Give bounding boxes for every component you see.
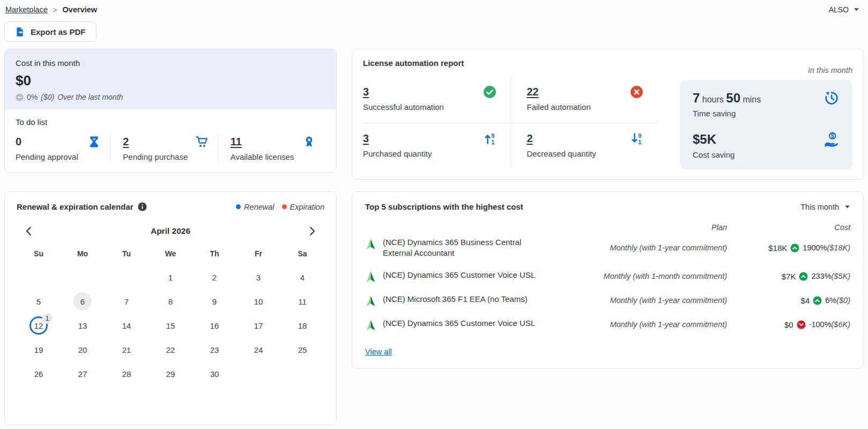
breadcrumb-marketplace[interactable]: Marketplace [5, 5, 48, 14]
calendar-day[interactable]: 21 [117, 341, 136, 359]
svg-text:1: 1 [638, 139, 641, 145]
svg-text:9: 9 [491, 132, 494, 139]
calendar-day[interactable]: 23 [205, 341, 224, 359]
award-icon [302, 135, 316, 149]
calendar-day[interactable]: 121 [29, 316, 48, 335]
calendar-cell: 26 [17, 362, 61, 386]
calendar-day[interactable]: 19 [29, 341, 48, 359]
time-saving: 7 hours 50 mins Time saving [693, 90, 840, 118]
hand-dollar-icon: $ [824, 131, 840, 147]
toolbar: Export as PDF [4, 21, 864, 42]
subscriptions-header: Top 5 subscriptions with the highest cos… [365, 202, 850, 211]
calendar-day[interactable]: 11 [293, 292, 311, 310]
legend-dot [282, 204, 287, 209]
automation-stat-value[interactable]: 22 [527, 86, 539, 98]
calendar-day[interactable]: 9 [205, 292, 224, 310]
calendar-day[interactable]: 26 [29, 365, 48, 383]
history-icon [824, 90, 840, 106]
todo-item-value[interactable]: 11 [231, 136, 242, 148]
calendar-day[interactable]: 28 [117, 365, 136, 383]
calendar-cell: 24 [236, 338, 280, 361]
calendar-day[interactable]: 24 [249, 341, 268, 359]
calendar-day[interactable]: 13 [73, 316, 92, 335]
view-all-link[interactable]: View all [365, 347, 392, 356]
subscription-name-cell: (NCE) Dynamics 365 Customer Voice USL [365, 318, 542, 331]
calendar-day[interactable]: 3 [249, 268, 268, 286]
account-dropdown[interactable]: ALSO [829, 5, 859, 14]
calendar-day[interactable]: 10 [249, 292, 268, 310]
subscription-cost-cell: $7K 233%($5K) [727, 271, 850, 281]
time-saving-value: 7 hours 50 mins [693, 91, 761, 106]
calendar-day[interactable]: 22 [161, 341, 180, 359]
calendar-event-badge: 1 [42, 313, 53, 324]
column-header-cost: Cost [727, 223, 850, 232]
calendar-day[interactable]: 30 [205, 365, 224, 383]
calendar-cell: 18 [280, 314, 324, 337]
subscription-name: (NCE) Microsoft 365 F1 EEA (no Teams) [383, 294, 528, 305]
todo-item-value: 0 [16, 136, 21, 148]
calendar-day[interactable]: 14 [117, 316, 136, 335]
calendar-empty-cell [105, 265, 149, 289]
legend-dot [236, 204, 241, 209]
subscriptions-table: (NCE) Dynamics 365 Business Central Exte… [365, 232, 850, 337]
subscription-plan: Monthly (with 1-year commitment) [550, 296, 727, 305]
calendar-prev-button[interactable] [23, 225, 35, 237]
cost-change: 0% ($0) Over the last month [16, 93, 325, 101]
cost-saving-label: Cost saving [693, 150, 840, 159]
calendar-day[interactable]: 18 [293, 316, 311, 335]
calendar-day[interactable]: 20 [73, 341, 92, 359]
calendar-cell: 1 [149, 265, 192, 289]
trend-down-circle-icon [797, 320, 806, 329]
subscription-row: (NCE) Microsoft 365 F1 EEA (no Teams) Mo… [365, 289, 850, 313]
account-name: ALSO [829, 5, 849, 14]
calendar-empty-cell [17, 265, 61, 289]
calendar-day[interactable]: 29 [161, 365, 180, 383]
calendar-day[interactable]: 25 [293, 341, 311, 359]
calendar-grid: SuMoTuWeThFrSa 1 2 3 4 5 6 7 8 9 10 11 1… [17, 245, 324, 386]
subscription-row: (NCE) Dynamics 365 Business Central Exte… [365, 232, 850, 264]
automation-body: 3 Successful automation 22 Failed automa… [363, 77, 852, 169]
calendar-cell: 14 [105, 314, 149, 337]
subscriptions-card: Top 5 subscriptions with the highest cos… [352, 191, 864, 369]
info-icon[interactable] [138, 202, 147, 211]
calendar-empty-cell [236, 362, 280, 386]
cost-change-percent: 0% [27, 93, 38, 101]
automation-stat-label: Successful automation [363, 102, 496, 112]
trend-up-circle-icon [813, 296, 822, 305]
automation-stat-value[interactable]: 3 [363, 86, 369, 98]
calendar-day[interactable]: 6 [73, 292, 92, 310]
legend-item: Renewal [236, 203, 274, 211]
calendar-cell: 15 [149, 314, 192, 337]
calendar-day[interactable]: 15 [161, 316, 180, 335]
calendar-next-button[interactable] [306, 225, 318, 237]
calendar-day[interactable]: 2 [205, 268, 224, 286]
calendar-cell: 4 [280, 265, 324, 289]
subscription-change: 6%($0) [825, 295, 850, 305]
calendar-day[interactable]: 16 [205, 316, 224, 335]
calendar-day[interactable]: 8 [161, 292, 180, 310]
calendar-day[interactable]: 5 [29, 292, 48, 310]
calendar-cell: 17 [236, 314, 280, 337]
calendar-day[interactable]: 27 [73, 365, 92, 383]
automation-stat-value[interactable]: 2 [527, 132, 533, 145]
calendar-nav: April 2026 [17, 225, 324, 237]
automation-header: License automation report In this month [363, 58, 852, 75]
export-pdf-button[interactable]: Export as PDF [4, 21, 97, 42]
subscription-logo-icon [365, 238, 376, 250]
svg-text:$: $ [831, 133, 834, 139]
calendar-day[interactable]: 1 [161, 268, 180, 286]
check-circle-icon [483, 85, 496, 99]
calendar-cell: 27 [61, 362, 105, 386]
month-filter-dropdown[interactable]: This month [800, 203, 850, 211]
todo-item-value[interactable]: 2 [123, 136, 129, 148]
calendar-day[interactable]: 7 [117, 292, 136, 310]
calendar-day[interactable]: 17 [249, 316, 268, 335]
subscription-logo-icon [365, 295, 376, 307]
automation-stat-value[interactable]: 3 [363, 132, 369, 145]
calendar-cell: 11 [280, 290, 324, 313]
calendar-cell: 29 [149, 362, 192, 386]
calendar-day[interactable]: 4 [293, 268, 311, 286]
trend-up-circle-icon [799, 272, 808, 281]
calendar-cell: 121 [17, 314, 61, 337]
calendar-day-header: Th [192, 245, 236, 265]
